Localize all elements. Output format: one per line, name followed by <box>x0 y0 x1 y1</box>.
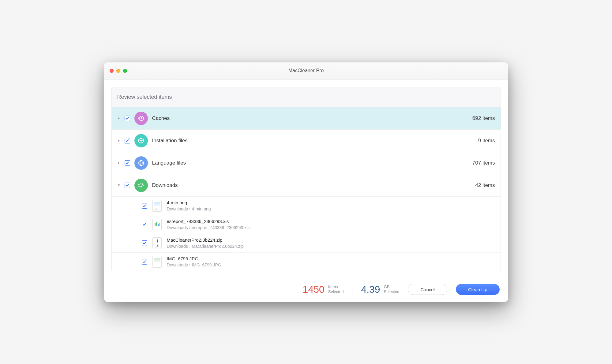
box-icon <box>134 134 148 147</box>
checkbox-downloads[interactable] <box>125 183 130 188</box>
size-count: 4.39 <box>361 284 380 295</box>
file-name: esreport_743336_2366293.xls <box>167 219 250 224</box>
checkbox-file[interactable] <box>142 240 147 246</box>
file-path: Downloads › 4-min.png <box>167 206 211 211</box>
file-info: MacCleanerPro2.0b224.zip Downloads › Mac… <box>167 237 244 249</box>
checkbox-installation[interactable] <box>125 138 130 143</box>
file-row[interactable]: PNG 4-min.png Downloads › 4-min.png <box>112 196 501 215</box>
file-path: Downloads › MacCleanerPro2.0b224.zip <box>167 244 244 249</box>
category-row-downloads[interactable]: Downloads 42 items <box>112 174 501 196</box>
category-label: Language files <box>152 160 186 166</box>
maximize-window-button[interactable] <box>123 69 127 73</box>
file-row[interactable]: esreport_743336_2366293.xls Downloads › … <box>112 215 501 234</box>
size-label: GB Selected <box>384 284 400 294</box>
category-count: 42 items <box>475 182 495 188</box>
png-file-icon: PNG <box>152 200 163 212</box>
stat-divider <box>352 284 352 294</box>
zip-file-icon: ZIP <box>152 237 163 249</box>
category-list: Caches 692 items Installation files 9 <box>112 107 501 271</box>
file-path: Downloads › IMG_6799.JPG <box>167 262 221 267</box>
disclosure-installation[interactable] <box>117 139 120 142</box>
titlebar: MacCleaner Pro <box>104 62 508 80</box>
checkbox-file[interactable] <box>142 222 147 227</box>
cleanup-button[interactable]: Clean Up <box>456 284 500 295</box>
category-row-installation[interactable]: Installation files 9 items <box>112 129 501 152</box>
disclosure-language[interactable] <box>117 162 120 165</box>
category-label: Caches <box>152 115 170 121</box>
disclosure-caches[interactable] <box>117 117 120 120</box>
category-row-language[interactable]: Language files 707 items <box>112 152 501 174</box>
panel-header: Review selected items <box>112 87 501 107</box>
file-info: 4-min.png Downloads › 4-min.png <box>167 200 211 211</box>
svg-marker-0 <box>118 117 120 120</box>
jpg-file-icon <box>152 256 163 268</box>
category-row-caches[interactable]: Caches 692 items <box>112 107 501 129</box>
svg-marker-7 <box>118 184 120 186</box>
checkbox-file[interactable] <box>142 259 147 265</box>
review-panel: Review selected items Caches 692 items <box>111 87 501 271</box>
category-label: Downloads <box>152 182 178 188</box>
file-info: IMG_6799.JPG Downloads › IMG_6799.JPG <box>167 256 221 267</box>
file-path: Downloads › esreport_743336_2366293.xls <box>167 225 250 230</box>
file-row[interactable]: IMG_6799.JPG Downloads › IMG_6799.JPG <box>112 252 501 271</box>
checkbox-language[interactable] <box>125 160 130 166</box>
items-count: 1450 <box>303 284 325 295</box>
history-icon <box>134 112 148 125</box>
file-info: esreport_743336_2366293.xls Downloads › … <box>167 219 250 230</box>
file-name: IMG_6799.JPG <box>167 256 221 261</box>
file-name: MacCleanerPro2.0b224.zip <box>167 237 244 243</box>
cancel-button[interactable]: Cancel <box>408 284 447 295</box>
file-name: 4-min.png <box>167 200 211 205</box>
window-title: MacCleaner Pro <box>104 68 508 73</box>
svg-marker-2 <box>118 139 120 142</box>
close-window-button[interactable] <box>110 69 114 73</box>
items-selected-stat: 1450 Items Selected <box>303 284 344 295</box>
checkbox-caches[interactable] <box>125 116 130 121</box>
category-label: Installation files <box>152 138 188 144</box>
download-icon <box>134 179 148 192</box>
app-window: MacCleaner Pro Review selected items Cac <box>104 62 508 302</box>
xls-file-icon <box>152 218 163 231</box>
file-row[interactable]: ZIP MacCleanerPro2.0b224.zip Downloads ›… <box>112 234 501 252</box>
category-count: 707 items <box>472 160 495 166</box>
minimize-window-button[interactable] <box>116 69 120 73</box>
svg-marker-3 <box>118 162 120 164</box>
category-count: 692 items <box>472 115 495 121</box>
checkbox-file[interactable] <box>142 203 147 209</box>
footer: 1450 Items Selected 4.39 GB Selected Can… <box>104 279 508 302</box>
content-area: Review selected items Caches 692 items <box>104 80 508 279</box>
disclosure-downloads[interactable] <box>117 184 120 187</box>
category-count: 9 items <box>478 138 495 144</box>
items-label: Items Selected <box>328 284 344 294</box>
window-controls <box>110 69 127 73</box>
globe-icon <box>134 156 148 170</box>
size-selected-stat: 4.39 GB Selected <box>361 284 399 295</box>
